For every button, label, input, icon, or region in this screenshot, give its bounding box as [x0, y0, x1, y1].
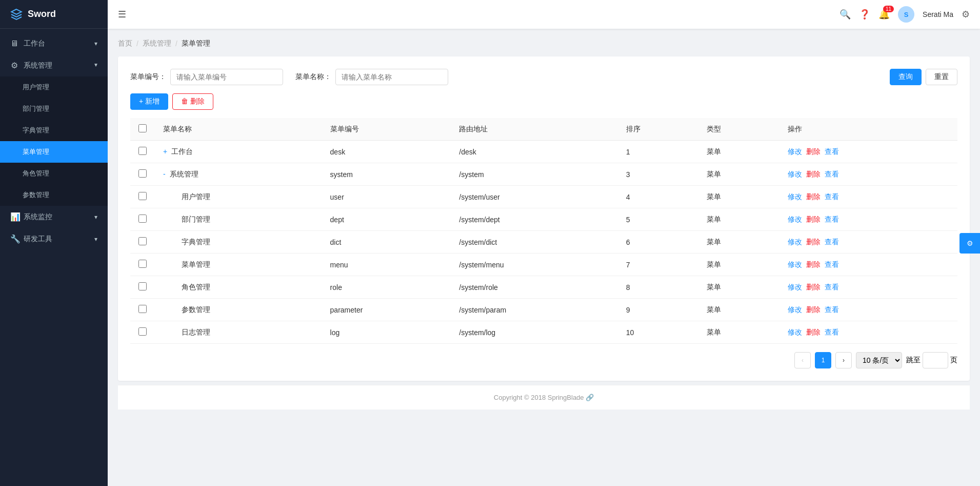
row-route: /system/log: [451, 321, 617, 344]
delete-action[interactable]: 删除: [806, 215, 821, 224]
row-name: 菜单管理: [182, 260, 210, 268]
sidebar-item-dept[interactable]: 部门管理: [0, 98, 108, 120]
edit-action[interactable]: 修改: [788, 283, 802, 292]
search-button[interactable]: 查询: [890, 69, 922, 85]
view-action[interactable]: 查看: [825, 305, 839, 315]
breadcrumb-system[interactable]: 系统管理: [143, 39, 171, 48]
sidebar-item-dict[interactable]: 字典管理: [0, 120, 108, 141]
sidebar-item-system[interactable]: ⚙ 系统管理 ▴: [0, 54, 108, 76]
edit-action[interactable]: 修改: [788, 328, 802, 337]
avatar-text: S: [904, 11, 909, 18]
view-action[interactable]: 查看: [825, 215, 839, 224]
floating-settings-icon: ⚙: [967, 239, 973, 247]
menu-name-input[interactable]: [335, 69, 448, 85]
reset-button[interactable]: 重置: [926, 69, 957, 85]
view-action[interactable]: 查看: [825, 238, 839, 247]
row-checkbox[interactable]: [138, 260, 147, 268]
delete-action[interactable]: 删除: [806, 283, 821, 292]
edit-action[interactable]: 修改: [788, 192, 802, 202]
row-checkbox[interactable]: [138, 147, 147, 155]
add-button[interactable]: + 新增: [130, 93, 168, 110]
view-action[interactable]: 查看: [825, 170, 839, 179]
row-checkbox[interactable]: [138, 305, 147, 313]
edit-action[interactable]: 修改: [788, 215, 802, 224]
username[interactable]: Serati Ma: [923, 10, 953, 18]
delete-action[interactable]: 删除: [806, 328, 821, 337]
row-checkbox[interactable]: [138, 327, 147, 336]
delete-action[interactable]: 删除: [806, 305, 821, 315]
delete-action[interactable]: 删除: [806, 260, 821, 269]
help-icon[interactable]: ❓: [859, 9, 870, 20]
row-sort: 8: [618, 276, 699, 299]
table-wrapper: 菜单名称 菜单编号 路由地址 排序 类型 操作 + 工作台: [130, 118, 957, 344]
row-checkbox[interactable]: [138, 169, 147, 178]
next-page-button[interactable]: ›: [835, 352, 852, 368]
row-type: 菜单: [698, 231, 779, 254]
chevron-down-icon-2: ▾: [94, 213, 97, 221]
delete-action[interactable]: 删除: [806, 192, 821, 202]
row-checkbox[interactable]: [138, 237, 147, 245]
table-body: + 工作台 desk /desk 1 菜单 修改 删除 查看 - 系统管理: [130, 141, 957, 344]
footer-copyright: Copyright © 2018 SpringBlade: [494, 394, 584, 401]
floating-settings-button[interactable]: ⚙: [959, 233, 980, 254]
logo: Sword: [0, 0, 108, 29]
table-row: 部门管理 dept /system/dept 5 菜单 修改 删除 查看: [130, 208, 957, 231]
topbar-settings-icon[interactable]: ⚙: [962, 9, 970, 20]
edit-action[interactable]: 修改: [788, 170, 802, 179]
row-checkbox[interactable]: [138, 282, 147, 290]
row-sort: 4: [618, 186, 699, 208]
page-1-button[interactable]: 1: [815, 352, 831, 368]
expand-icon[interactable]: +: [163, 147, 167, 155]
sidebar-item-user[interactable]: 用户管理: [0, 76, 108, 98]
expand-icon[interactable]: -: [163, 170, 166, 178]
row-checkbox[interactable]: [138, 215, 147, 223]
row-type: 菜单: [698, 254, 779, 276]
sidebar-item-role[interactable]: 角色管理: [0, 163, 108, 184]
search-icon[interactable]: 🔍: [839, 9, 851, 20]
view-action[interactable]: 查看: [825, 260, 839, 269]
row-name: 角色管理: [182, 283, 210, 291]
sidebar-item-devtools[interactable]: 🔧 研发工具 ▾: [0, 228, 108, 250]
edit-action[interactable]: 修改: [788, 305, 802, 315]
menu-code-input[interactable]: [170, 69, 283, 85]
sidebar-item-param[interactable]: 参数管理: [0, 184, 108, 206]
row-checkbox-cell: [130, 254, 155, 276]
view-action[interactable]: 查看: [825, 147, 839, 157]
breadcrumb: 首页 / 系统管理 / 菜单管理: [118, 39, 970, 48]
sidebar-menu: 🖥 工作台 ▾ ⚙ 系统管理 ▴ 用户管理 部门管理 字典管理 菜单管理: [0, 29, 108, 486]
view-action[interactable]: 查看: [825, 328, 839, 337]
view-action[interactable]: 查看: [825, 283, 839, 292]
sidebar: Sword 🖥 工作台 ▾ ⚙ 系统管理 ▴ 用户管理 部门管理 字典管理: [0, 0, 108, 486]
delete-action[interactable]: 删除: [806, 147, 821, 157]
search-actions: 查询 重置: [890, 69, 957, 85]
delete-action[interactable]: 删除: [806, 238, 821, 247]
row-route: /system/dict: [451, 231, 617, 254]
row-route: /system/user: [451, 186, 617, 208]
sidebar-item-workbench[interactable]: 🖥 工作台 ▾: [0, 33, 108, 54]
row-name-cell: 用户管理: [155, 186, 322, 208]
edit-action[interactable]: 修改: [788, 238, 802, 247]
search-field-code: 菜单编号：: [130, 69, 283, 85]
toolbar: + 新增 🗑 删除: [130, 93, 957, 110]
row-sort: 3: [618, 163, 699, 186]
sidebar-item-user-label: 用户管理: [23, 83, 49, 92]
header-route: 路由地址: [451, 118, 617, 141]
sidebar-item-menu[interactable]: 菜单管理: [0, 141, 108, 163]
delete-action[interactable]: 删除: [806, 170, 821, 179]
row-checkbox[interactable]: [138, 192, 147, 200]
sidebar-item-monitor[interactable]: 📊 系统监控 ▾: [0, 206, 108, 228]
goto-label: 跳至: [906, 356, 921, 365]
goto-input[interactable]: [923, 352, 948, 368]
breadcrumb-sep-2: /: [175, 40, 177, 48]
edit-action[interactable]: 修改: [788, 147, 802, 157]
view-action[interactable]: 查看: [825, 192, 839, 202]
notification-icon[interactable]: 🔔 11: [878, 9, 890, 20]
batch-delete-button[interactable]: 🗑 删除: [172, 93, 213, 110]
edit-action[interactable]: 修改: [788, 260, 802, 269]
prev-page-button[interactable]: ‹: [794, 352, 811, 368]
breadcrumb-home[interactable]: 首页: [118, 39, 132, 48]
menu-toggle-button[interactable]: ☰: [118, 9, 126, 20]
page-size-select[interactable]: 10 条/页 20 条/页 50 条/页: [856, 352, 902, 368]
select-all-checkbox[interactable]: [138, 124, 147, 132]
row-name-cell: 部门管理: [155, 208, 322, 231]
